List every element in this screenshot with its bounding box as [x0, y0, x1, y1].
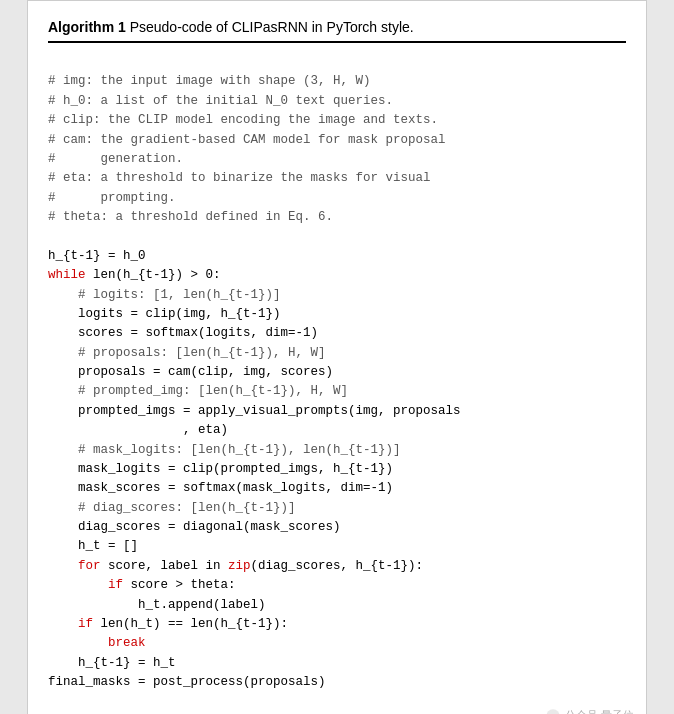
watermark-icon: W — [545, 708, 561, 714]
code-logits: logits = clip(img, h_{t-1}) — [48, 307, 281, 321]
code-ht-init: h_t = [] — [48, 539, 138, 553]
code-ht-update: h_{t-1} = h_t — [48, 656, 176, 670]
code-block: # img: the input image with shape (3, H,… — [48, 53, 626, 712]
comment-line-7: # prompting. — [48, 191, 176, 205]
comment-line-6: # eta: a threshold to binarize the masks… — [48, 171, 431, 185]
if-condition-2: len(h_t) == len(h_{t-1}): — [93, 617, 288, 631]
if-condition-1: score > theta: — [123, 578, 236, 592]
code-diag: diag_scores = diagonal(mask_scores) — [48, 520, 341, 534]
algorithm-card: Algorithm 1 Pseudo-code of CLIPasRNN in … — [27, 0, 647, 714]
while-keyword: while — [48, 268, 86, 282]
if-keyword-1: if — [48, 578, 123, 592]
zip-args: (diag_scores, h_{t-1}): — [251, 559, 424, 573]
comment-line-8: # theta: a threshold defined in Eq. 6. — [48, 210, 333, 224]
algorithm-header: Algorithm 1 Pseudo-code of CLIPasRNN in … — [48, 19, 626, 43]
watermark: W 公众号·量子位 — [545, 708, 634, 714]
code-proposals: proposals = cam(clip, img, scores) — [48, 365, 333, 379]
comment-line-3: # clip: the CLIP model encoding the imag… — [48, 113, 438, 127]
zip-keyword: zip — [228, 559, 251, 573]
break-keyword: break — [108, 636, 146, 650]
while-condition: len(h_{t-1}) > 0: — [86, 268, 221, 282]
code-scores: scores = softmax(logits, dim=-1) — [48, 326, 318, 340]
comment-line-1: # img: the input image with shape (3, H,… — [48, 74, 371, 88]
comment-line-2: # h_0: a list of the initial N_0 text qu… — [48, 94, 393, 108]
watermark-text: 公众号·量子位 — [565, 708, 634, 714]
algorithm-title-bold: Algorithm 1 — [48, 19, 126, 35]
comment-line-5: # generation. — [48, 152, 183, 166]
comment-mask-logits: # mask_logits: [len(h_{t-1}), len(h_{t-1… — [48, 443, 401, 457]
algorithm-title-text: Pseudo-code of CLIPasRNN in PyTorch styl… — [126, 19, 414, 35]
for-clause: score, label in — [101, 559, 229, 573]
comment-prompted: # prompted_img: [len(h_{t-1}), H, W] — [48, 384, 348, 398]
comment-diag: # diag_scores: [len(h_{t-1})] — [48, 501, 296, 515]
comment-proposals: # proposals: [len(h_{t-1}), H, W] — [48, 346, 326, 360]
code-append: h_t.append(label) — [48, 598, 266, 612]
code-mask-scores: mask_scores = softmax(mask_logits, dim=-… — [48, 481, 393, 495]
if-keyword-2: if — [48, 617, 93, 631]
for-keyword: for — [48, 559, 101, 573]
break-indent — [48, 636, 108, 650]
code-init: h_{t-1} = h_0 — [48, 249, 146, 263]
comment-logits: # logits: [1, len(h_{t-1})] — [48, 288, 281, 302]
code-final: final_masks = post_process(proposals) — [48, 675, 326, 689]
code-prompted: prompted_imgs = apply_visual_prompts(img… — [48, 404, 461, 437]
comment-line-4: # cam: the gradient-based CAM model for … — [48, 133, 446, 147]
code-mask-logits: mask_logits = clip(prompted_imgs, h_{t-1… — [48, 462, 393, 476]
